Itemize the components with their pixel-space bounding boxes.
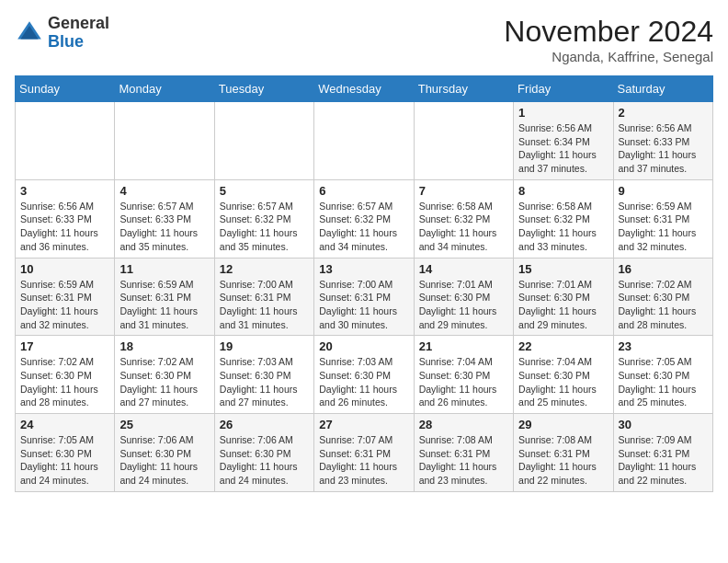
calendar-cell: 2Sunrise: 6:56 AM Sunset: 6:33 PM Daylig…	[613, 102, 712, 180]
day-number: 4	[119, 184, 209, 198]
day-number: 13	[319, 262, 408, 276]
day-info: Sunrise: 7:08 AM Sunset: 6:31 PM Dayligh…	[518, 433, 608, 488]
calendar-cell: 13Sunrise: 7:00 AM Sunset: 6:31 PM Dayli…	[314, 258, 414, 336]
calendar-cell: 20Sunrise: 7:03 AM Sunset: 6:30 PM Dayli…	[314, 336, 414, 414]
day-info: Sunrise: 7:04 AM Sunset: 6:30 PM Dayligh…	[518, 355, 608, 409]
day-info: Sunrise: 7:02 AM Sunset: 6:30 PM Dayligh…	[619, 278, 708, 332]
logo: General Blue	[15, 15, 109, 52]
calendar-cell: 24Sunrise: 7:05 AM Sunset: 6:30 PM Dayli…	[16, 414, 115, 492]
calendar-cell: 15Sunrise: 7:01 AM Sunset: 6:30 PM Dayli…	[514, 258, 613, 336]
day-number: 1	[518, 106, 608, 120]
calendar-cell: 9Sunrise: 6:59 AM Sunset: 6:31 PM Daylig…	[613, 179, 712, 258]
calendar-cell: 7Sunrise: 6:58 AM Sunset: 6:32 PM Daylig…	[414, 179, 513, 258]
day-number: 3	[20, 184, 109, 198]
calendar-cell: 19Sunrise: 7:03 AM Sunset: 6:30 PM Dayli…	[214, 336, 313, 414]
calendar-header-row: SundayMondayTuesdayWednesdayThursdayFrid…	[16, 76, 713, 102]
day-number: 28	[419, 418, 508, 431]
day-number: 24	[20, 418, 109, 431]
day-number: 6	[319, 184, 408, 198]
day-info: Sunrise: 7:03 AM Sunset: 6:30 PM Dayligh…	[220, 355, 309, 409]
day-number: 27	[319, 418, 408, 431]
day-info: Sunrise: 7:00 AM Sunset: 6:31 PM Dayligh…	[220, 278, 309, 332]
day-info: Sunrise: 6:59 AM Sunset: 6:31 PM Dayligh…	[119, 278, 209, 332]
calendar-cell: 8Sunrise: 6:58 AM Sunset: 6:32 PM Daylig…	[514, 179, 613, 258]
day-number: 30	[619, 418, 708, 431]
day-number: 23	[619, 339, 708, 353]
day-info: Sunrise: 6:56 AM Sunset: 6:33 PM Dayligh…	[20, 200, 109, 254]
day-info: Sunrise: 6:59 AM Sunset: 6:31 PM Dayligh…	[619, 200, 708, 254]
day-number: 8	[518, 184, 608, 198]
logo-text: General Blue	[48, 15, 109, 52]
day-number: 12	[220, 262, 309, 276]
day-number: 16	[619, 262, 708, 276]
day-number: 5	[220, 184, 309, 198]
day-number: 2	[619, 106, 708, 120]
calendar-cell: 17Sunrise: 7:02 AM Sunset: 6:30 PM Dayli…	[16, 336, 115, 414]
location: Nganda, Kaffrine, Senegal	[504, 49, 713, 64]
calendar-cell: 23Sunrise: 7:05 AM Sunset: 6:30 PM Dayli…	[613, 336, 712, 414]
day-info: Sunrise: 7:01 AM Sunset: 6:30 PM Dayligh…	[518, 278, 608, 332]
day-info: Sunrise: 7:03 AM Sunset: 6:30 PM Dayligh…	[319, 355, 408, 409]
day-info: Sunrise: 7:00 AM Sunset: 6:31 PM Dayligh…	[319, 278, 408, 332]
calendar-table: SundayMondayTuesdayWednesdayThursdayFrid…	[15, 75, 713, 492]
calendar-cell: 22Sunrise: 7:04 AM Sunset: 6:30 PM Dayli…	[514, 336, 613, 414]
weekday-header: Thursday	[414, 76, 513, 102]
day-number: 10	[20, 262, 109, 276]
calendar-cell: 1Sunrise: 6:56 AM Sunset: 6:34 PM Daylig…	[514, 102, 613, 180]
day-info: Sunrise: 7:02 AM Sunset: 6:30 PM Dayligh…	[20, 355, 109, 409]
day-number: 11	[119, 262, 209, 276]
day-number: 26	[220, 418, 309, 431]
calendar-cell	[414, 102, 513, 180]
calendar-week-row: 1Sunrise: 6:56 AM Sunset: 6:34 PM Daylig…	[16, 102, 713, 180]
day-info: Sunrise: 6:57 AM Sunset: 6:32 PM Dayligh…	[220, 200, 309, 254]
page-header: General Blue November 2024 Nganda, Kaffr…	[15, 15, 713, 64]
calendar-week-row: 10Sunrise: 6:59 AM Sunset: 6:31 PM Dayli…	[16, 258, 713, 336]
calendar-cell: 26Sunrise: 7:06 AM Sunset: 6:30 PM Dayli…	[214, 414, 313, 492]
day-info: Sunrise: 6:57 AM Sunset: 6:33 PM Dayligh…	[119, 200, 209, 254]
weekday-header: Sunday	[16, 76, 115, 102]
calendar-cell: 12Sunrise: 7:00 AM Sunset: 6:31 PM Dayli…	[214, 258, 313, 336]
day-info: Sunrise: 6:59 AM Sunset: 6:31 PM Dayligh…	[20, 278, 109, 332]
day-number: 15	[518, 262, 608, 276]
calendar-cell: 5Sunrise: 6:57 AM Sunset: 6:32 PM Daylig…	[214, 179, 313, 258]
day-info: Sunrise: 7:05 AM Sunset: 6:30 PM Dayligh…	[20, 433, 109, 488]
day-info: Sunrise: 6:58 AM Sunset: 6:32 PM Dayligh…	[419, 200, 508, 254]
day-info: Sunrise: 7:04 AM Sunset: 6:30 PM Dayligh…	[419, 355, 508, 409]
day-info: Sunrise: 6:58 AM Sunset: 6:32 PM Dayligh…	[518, 200, 608, 254]
day-info: Sunrise: 7:07 AM Sunset: 6:31 PM Dayligh…	[319, 433, 408, 488]
day-number: 19	[220, 339, 309, 353]
calendar-week-row: 17Sunrise: 7:02 AM Sunset: 6:30 PM Dayli…	[16, 336, 713, 414]
logo-icon	[15, 18, 44, 48]
day-info: Sunrise: 7:05 AM Sunset: 6:30 PM Dayligh…	[619, 355, 708, 409]
calendar-cell: 3Sunrise: 6:56 AM Sunset: 6:33 PM Daylig…	[16, 179, 115, 258]
day-info: Sunrise: 7:02 AM Sunset: 6:30 PM Dayligh…	[119, 355, 209, 409]
calendar-cell: 10Sunrise: 6:59 AM Sunset: 6:31 PM Dayli…	[16, 258, 115, 336]
calendar-week-row: 24Sunrise: 7:05 AM Sunset: 6:30 PM Dayli…	[16, 414, 713, 492]
day-number: 14	[419, 262, 508, 276]
calendar-cell	[314, 102, 414, 180]
weekday-header: Tuesday	[214, 76, 313, 102]
day-info: Sunrise: 7:06 AM Sunset: 6:30 PM Dayligh…	[119, 433, 209, 488]
calendar-cell	[214, 102, 313, 180]
calendar-cell: 11Sunrise: 6:59 AM Sunset: 6:31 PM Dayli…	[115, 258, 214, 336]
calendar-cell: 27Sunrise: 7:07 AM Sunset: 6:31 PM Dayli…	[314, 414, 414, 492]
calendar-cell: 30Sunrise: 7:09 AM Sunset: 6:31 PM Dayli…	[613, 414, 712, 492]
month-title: November 2024	[504, 15, 713, 49]
weekday-header: Saturday	[613, 76, 712, 102]
weekday-header: Monday	[115, 76, 214, 102]
calendar-cell	[115, 102, 214, 180]
day-info: Sunrise: 7:06 AM Sunset: 6:30 PM Dayligh…	[220, 433, 309, 488]
day-info: Sunrise: 6:56 AM Sunset: 6:33 PM Dayligh…	[619, 121, 708, 176]
calendar-cell: 6Sunrise: 6:57 AM Sunset: 6:32 PM Daylig…	[314, 179, 414, 258]
calendar-cell: 18Sunrise: 7:02 AM Sunset: 6:30 PM Dayli…	[115, 336, 214, 414]
calendar-cell: 25Sunrise: 7:06 AM Sunset: 6:30 PM Dayli…	[115, 414, 214, 492]
calendar-cell: 29Sunrise: 7:08 AM Sunset: 6:31 PM Dayli…	[514, 414, 613, 492]
day-number: 17	[20, 339, 109, 353]
calendar-cell: 16Sunrise: 7:02 AM Sunset: 6:30 PM Dayli…	[613, 258, 712, 336]
weekday-header: Wednesday	[314, 76, 414, 102]
calendar-cell	[16, 102, 115, 180]
day-number: 29	[518, 418, 608, 431]
day-info: Sunrise: 7:01 AM Sunset: 6:30 PM Dayligh…	[419, 278, 508, 332]
day-number: 7	[419, 184, 508, 198]
calendar-cell: 4Sunrise: 6:57 AM Sunset: 6:33 PM Daylig…	[115, 179, 214, 258]
